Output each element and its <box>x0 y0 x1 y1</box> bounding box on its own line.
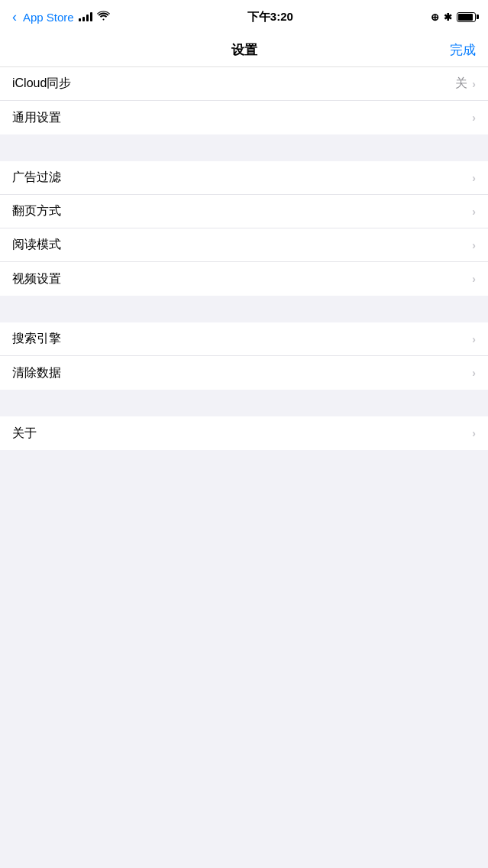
lock-icon: ⊕ <box>431 11 439 23</box>
nav-bar: 设置 完成 <box>0 34 488 67</box>
settings-item-general[interactable]: 通用设置 › <box>0 101 488 134</box>
video-chevron-icon: › <box>472 273 476 285</box>
pagestyle-label: 翻页方式 <box>12 203 61 219</box>
app-store-label[interactable]: App Store <box>23 11 74 24</box>
video-right: › <box>472 273 476 285</box>
icloud-chevron-icon: › <box>472 78 476 90</box>
section-4: 关于 › <box>0 416 488 450</box>
settings-item-icloud[interactable]: iCloud同步 关 › <box>0 67 488 101</box>
settings-item-clear[interactable]: 清除数据 › <box>0 356 488 390</box>
adblock-label: 广告过滤 <box>12 170 61 186</box>
video-label: 视频设置 <box>12 271 61 287</box>
section-1: iCloud同步 关 › 通用设置 › <box>0 67 488 134</box>
back-arrow-icon: ‹ <box>12 9 17 25</box>
general-label: 通用设置 <box>12 110 61 126</box>
settings-item-readmode[interactable]: 阅读模式 › <box>0 228 488 262</box>
general-chevron-icon: › <box>472 112 476 124</box>
battery-icon <box>457 12 476 22</box>
settings-item-adblock[interactable]: 广告过滤 › <box>0 161 488 195</box>
nav-title: 设置 <box>231 41 257 59</box>
pagestyle-chevron-icon: › <box>472 206 476 218</box>
adblock-chevron-icon: › <box>472 172 476 184</box>
clear-chevron-icon: › <box>472 367 476 379</box>
status-bar: ‹ App Store 下午3:20 ⊕ ✱ <box>0 0 488 34</box>
bluetooth-icon: ✱ <box>444 11 452 23</box>
done-button[interactable]: 完成 <box>450 41 476 59</box>
status-right: ⊕ ✱ <box>431 11 476 23</box>
search-right: › <box>472 333 476 345</box>
signal-icon <box>79 12 92 21</box>
search-chevron-icon: › <box>472 333 476 345</box>
icloud-right: 关 › <box>455 76 476 92</box>
settings-item-search[interactable]: 搜索引擎 › <box>0 322 488 356</box>
about-chevron-icon: › <box>472 427 476 439</box>
section-3: 搜索引擎 › 清除数据 › <box>0 322 488 390</box>
search-label: 搜索引擎 <box>12 331 61 347</box>
status-left: ‹ App Store <box>12 9 110 25</box>
wifi-icon <box>97 11 110 23</box>
status-time: 下午3:20 <box>247 10 293 24</box>
pagestyle-right: › <box>472 206 476 218</box>
divider-3 <box>0 390 488 416</box>
settings-item-video[interactable]: 视频设置 › <box>0 262 488 296</box>
settings-item-about[interactable]: 关于 › <box>0 416 488 450</box>
adblock-right: › <box>472 172 476 184</box>
bottom-spacer <box>0 450 488 618</box>
readmode-label: 阅读模式 <box>12 237 61 253</box>
icloud-label: iCloud同步 <box>12 76 71 92</box>
readmode-right: › <box>472 239 476 251</box>
divider-2 <box>0 296 488 322</box>
about-label: 关于 <box>12 426 37 442</box>
divider-1 <box>0 134 488 161</box>
section-2: 广告过滤 › 翻页方式 › 阅读模式 › 视频设置 › <box>0 161 488 296</box>
readmode-chevron-icon: › <box>472 239 476 251</box>
clear-right: › <box>472 367 476 379</box>
settings-item-pagestyle[interactable]: 翻页方式 › <box>0 195 488 228</box>
clear-label: 清除数据 <box>12 365 61 381</box>
about-right: › <box>472 427 476 439</box>
icloud-value: 关 <box>455 76 467 92</box>
general-right: › <box>472 112 476 124</box>
